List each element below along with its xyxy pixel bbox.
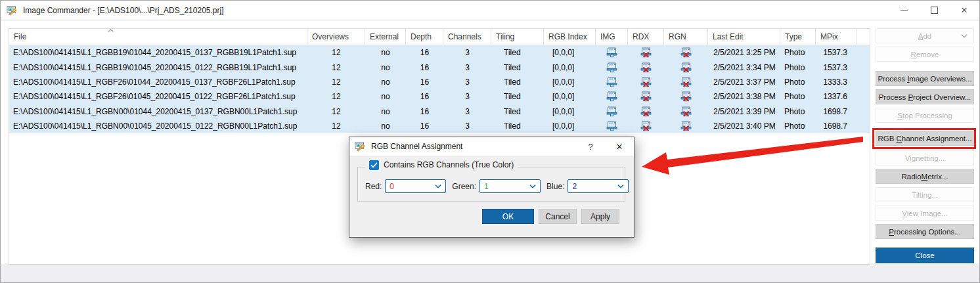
cell-channels: 3 — [443, 77, 491, 87]
cell-external: no — [365, 48, 406, 57]
cell-last_edit: 2/5/2021 3:39 PM — [708, 107, 780, 116]
cell-last_edit: 2/5/2021 3:34 PM — [708, 63, 780, 72]
checkbox-label: Contains RGB Channels (True Color) — [384, 160, 514, 169]
app-icon — [7, 5, 18, 16]
column-header-tiling[interactable]: Tiling — [491, 29, 544, 45]
computer-available-icon — [596, 47, 628, 58]
add-button[interactable]: Add — [876, 28, 974, 43]
red-channel-select[interactable]: 0 — [385, 179, 446, 193]
computer-available-icon — [596, 62, 628, 73]
table-row[interactable]: E:\ADS100\041415\L1_RGBF26\01044_2020041… — [9, 75, 870, 89]
cell-channels: 3 — [443, 121, 491, 131]
column-header-overviews[interactable]: Overviews — [307, 29, 365, 45]
cell-file: E:\ADS100\041415\L1_RGBF26\01045_2020041… — [9, 92, 307, 101]
cell-tiling: Tiled — [491, 63, 544, 72]
cell-tiling: Tiled — [491, 77, 544, 87]
sort-ascending-icon — [108, 29, 114, 32]
computer-missing-icon — [664, 91, 708, 102]
contains-rgb-checkbox[interactable] — [369, 160, 379, 170]
cell-file: E:\ADS100\041415\L1_RGBN00\01044_2020041… — [9, 107, 307, 116]
computer-missing-icon — [628, 77, 664, 87]
cell-channels: 3 — [443, 48, 491, 57]
ok-button[interactable]: OK — [482, 209, 534, 224]
cell-external: no — [365, 121, 406, 131]
column-header-channels[interactable]: Channels — [443, 29, 491, 45]
cell-mpix: 1537.3 — [816, 63, 857, 72]
tilting-button[interactable]: Tilting... — [876, 187, 974, 202]
chevron-down-icon — [529, 185, 536, 188]
table-row[interactable]: E:\ADS100\041415\L1_RGBF26\01045_2020041… — [9, 89, 870, 104]
cell-overviews: 12 — [307, 121, 365, 131]
process-project-overview-button[interactable]: Process Project Overview... — [876, 89, 974, 104]
cell-file: E:\ADS100\041415\L1_RGBN00\01045_2020041… — [9, 121, 307, 131]
table-header: FileOverviewsExternalDepthChannelsTiling… — [9, 29, 870, 45]
table-row[interactable]: E:\ADS100\041415\L1_RGBN00\01045_2020041… — [9, 119, 870, 133]
minimize-icon — [901, 10, 908, 11]
rgb-channel-assignment-button[interactable]: RGB Channel Assignment... — [876, 131, 974, 146]
cell-last_edit: 2/5/2021 3:37 PM — [708, 77, 780, 87]
column-header-mpix[interactable]: MPix — [816, 29, 857, 45]
computer-missing-icon — [664, 106, 708, 117]
green-channel-select[interactable]: 1 — [479, 179, 541, 193]
column-header-file[interactable]: File — [9, 29, 307, 45]
help-button[interactable]: ? — [576, 137, 605, 156]
dialog-close-button[interactable]: ✕ — [605, 137, 634, 156]
chevron-down-icon — [617, 185, 624, 188]
minimize-button[interactable] — [889, 1, 919, 20]
view-image-button[interactable]: View Image... — [876, 206, 974, 221]
help-icon: ? — [588, 142, 592, 152]
cell-channels: 3 — [443, 92, 491, 101]
table-row[interactable]: E:\ADS100\041415\L1_RGBN00\01044_2020041… — [9, 104, 870, 119]
processing-options-button[interactable]: Processing Options... — [876, 224, 974, 239]
remove-button[interactable]: Remove — [876, 47, 974, 62]
cell-overviews: 12 — [307, 107, 365, 116]
apply-button[interactable]: Apply — [581, 209, 619, 224]
column-header-img[interactable]: IMG — [596, 29, 628, 45]
cell-tiling: Tiled — [491, 107, 544, 116]
stop-processing-button[interactable]: Stop Processing — [876, 108, 974, 123]
computer-missing-icon — [664, 62, 708, 73]
cell-depth: 16 — [406, 107, 443, 116]
cell-last_edit: 2/5/2021 3:25 PM — [708, 48, 780, 57]
table-row[interactable]: E:\ADS100\041415\L1_RGBB19\01045_2020041… — [9, 60, 870, 74]
window-controls: ✕ — [889, 1, 979, 20]
cell-type: Photo — [780, 107, 816, 116]
cell-last_edit: 2/5/2021 3:40 PM — [708, 121, 780, 131]
column-header-last_edit[interactable]: Last Edit — [708, 29, 780, 45]
computer-available-icon — [596, 91, 628, 102]
cancel-button[interactable]: Cancel — [539, 209, 577, 224]
cell-rgb_index: [0,0,0] — [544, 63, 596, 72]
computer-missing-icon — [664, 47, 708, 58]
blue-channel-select[interactable]: 2 — [568, 179, 629, 193]
cell-mpix: 1698.7 — [816, 107, 857, 116]
cell-external: no — [365, 92, 406, 101]
computer-available-icon — [596, 121, 628, 131]
cell-rgb_index: [0,0,0] — [544, 48, 596, 57]
close-button[interactable]: Close — [876, 248, 974, 263]
green-label: Green: — [452, 182, 476, 191]
column-header-rgn[interactable]: RGN — [664, 29, 708, 45]
column-header-rdx[interactable]: RDX — [628, 29, 664, 45]
close-window-button[interactable]: ✕ — [949, 1, 979, 20]
column-header-depth[interactable]: Depth — [406, 29, 443, 45]
process-image-overviews-button[interactable]: Process Image Overviews... — [876, 71, 974, 86]
dialog-title: RGB Channel Assignment — [371, 142, 462, 151]
computer-missing-icon — [664, 121, 708, 131]
cell-channels: 3 — [443, 63, 491, 72]
red-channel-value: 0 — [390, 182, 435, 191]
dialog-body: Contains RGB Channels (True Color) Red: … — [349, 156, 634, 237]
table-row[interactable]: E:\ADS100\041415\L1_RGBB19\01044_2020041… — [9, 45, 870, 60]
dialog-titlebar: RGB Channel Assignment ? ✕ — [349, 137, 634, 156]
column-header-type[interactable]: Type — [780, 29, 816, 45]
cell-tiling: Tiled — [491, 48, 544, 57]
vignetting-button[interactable]: Vignetting... — [876, 150, 974, 165]
close-icon: ✕ — [616, 142, 623, 152]
maximize-button[interactable] — [919, 1, 949, 20]
radiometrix-button[interactable]: RadioMetrix... — [876, 169, 974, 184]
column-header-external[interactable]: External — [365, 29, 406, 45]
cell-mpix: 1698.7 — [816, 121, 857, 131]
cell-mpix: 1537.3 — [816, 48, 857, 57]
cell-last_edit: 2/5/2021 3:38 PM — [708, 92, 780, 101]
column-header-rgb_index[interactable]: RGB Index — [544, 29, 596, 45]
image-commander-window: Image Commander - [E:\ADS100\...\Prj_ADS… — [0, 0, 980, 283]
